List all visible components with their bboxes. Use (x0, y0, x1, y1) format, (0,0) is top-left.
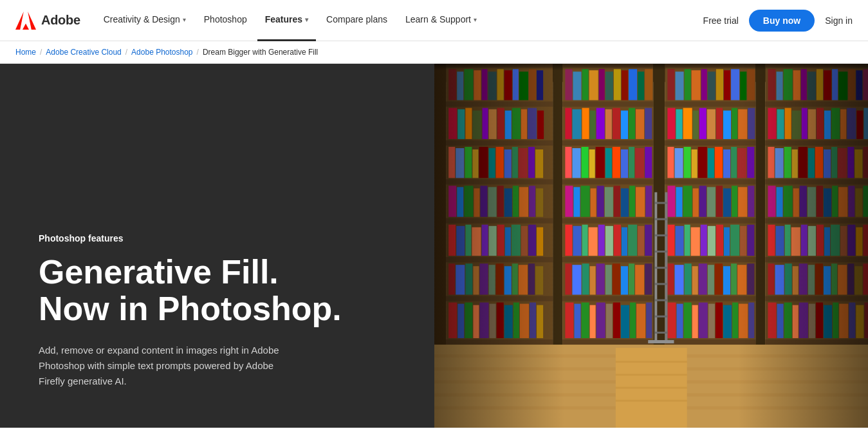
free-trial-link[interactable]: Free trial (703, 15, 739, 26)
nav-item-learn-support[interactable]: Learn & Support ▾ (398, 0, 485, 41)
nav-item-photoshop[interactable]: Photoshop (196, 0, 255, 41)
breadcrumb-separator: / (125, 48, 127, 57)
nav-items-list: Creativity & Design ▾ Photoshop Features… (96, 0, 703, 41)
breadcrumb-separator: / (197, 48, 199, 57)
hero-left-panel: Photoshop features Generative Fill. Now … (0, 64, 434, 428)
hero-right-image (434, 64, 869, 428)
svg-marker-1 (15, 12, 24, 30)
chevron-down-icon: ▾ (474, 16, 477, 23)
svg-rect-399 (434, 64, 869, 428)
main-nav: Adobe Creativity & Design ▾ Photoshop Fe… (0, 0, 868, 41)
svg-marker-0 (28, 12, 36, 30)
breadcrumb-home[interactable]: Home (15, 48, 36, 57)
nav-item-compare-plans[interactable]: Compare plans (319, 0, 395, 41)
library-image (434, 64, 869, 428)
adobe-brand-name: Adobe (41, 13, 80, 28)
chevron-down-icon: ▾ (183, 16, 186, 23)
breadcrumb-current-page: Dream Bigger with Generative Fill (203, 48, 318, 57)
adobe-logo-icon (15, 10, 36, 31)
chevron-down-icon: ▾ (305, 16, 308, 23)
hero-subtitle: Photoshop features (39, 233, 396, 243)
nav-right-actions: Free trial Buy now Sign in (703, 10, 853, 32)
sign-in-link[interactable]: Sign in (825, 15, 853, 26)
svg-marker-2 (23, 23, 29, 30)
hero-title-line1: Generative Fill. (39, 253, 279, 291)
hero-section: Photoshop features Generative Fill. Now … (0, 64, 868, 428)
breadcrumb-photoshop[interactable]: Adobe Photoshop (131, 48, 192, 57)
buy-now-button[interactable]: Buy now (749, 10, 815, 32)
hero-title: Generative Fill. Now in Photoshop. (39, 254, 396, 327)
adobe-logo-link[interactable]: Adobe (15, 10, 80, 31)
hero-title-line2: Now in Photoshop. (39, 290, 342, 327)
breadcrumb-separator: / (40, 48, 42, 57)
breadcrumb: Home / Adobe Creative Cloud / Adobe Phot… (0, 41, 868, 64)
breadcrumb-creative-cloud[interactable]: Adobe Creative Cloud (46, 48, 121, 57)
hero-description: Add, remove or expand content in images … (39, 343, 283, 389)
nav-item-features[interactable]: Features ▾ (257, 0, 316, 41)
nav-item-creativity-design[interactable]: Creativity & Design ▾ (96, 0, 194, 41)
svg-rect-400 (434, 64, 869, 115)
